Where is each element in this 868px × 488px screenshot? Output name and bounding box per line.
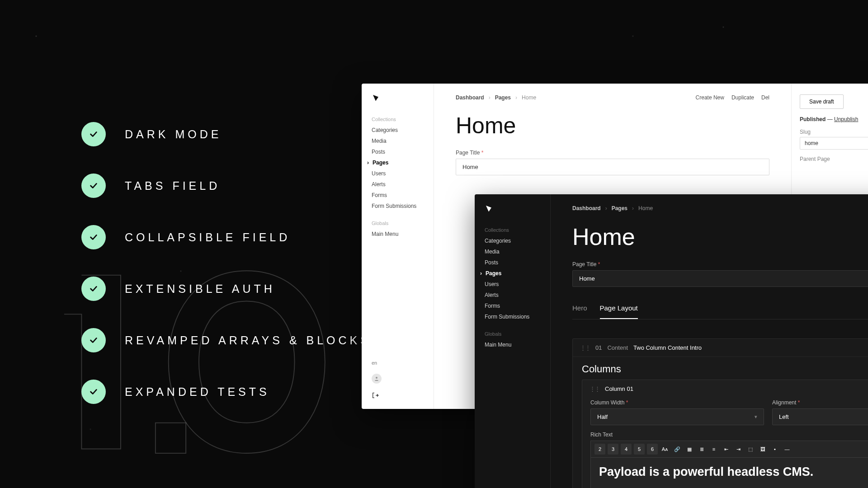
breadcrumb: Dashboard › Pages › Home [572,205,653,211]
sidebar-item-forms[interactable]: Forms [475,300,550,311]
sidebar-item-users[interactable]: Users [475,279,550,290]
sidebar-item-posts[interactable]: Posts [362,146,434,157]
outdent-icon[interactable]: ⇤ [721,444,731,455]
block-title: Two Column Content Intro [633,344,702,351]
svg-point-1 [376,377,377,379]
feature-item: COLLAPSIBLE FIELD [81,225,371,249]
sidebar-item-main-menu[interactable]: Main Menu [475,339,550,350]
sidebar-item-posts[interactable]: Posts [475,257,550,268]
heading-3-button[interactable]: 3 [608,444,618,455]
publish-status: Published — Unpublish [800,116,868,122]
heading-4-button[interactable]: 4 [621,444,632,455]
font-size-icon[interactable]: Aᴀ [660,444,670,455]
sidebar-item-categories[interactable]: Categories [475,235,550,246]
column-label: Column 01 [605,385,633,392]
breadcrumb-pages[interactable]: Pages [495,94,511,101]
heading-6-button[interactable]: 6 [647,444,658,455]
indent-icon[interactable]: ⇥ [733,444,743,455]
breadcrumb-dashboard[interactable]: Dashboard [456,94,484,101]
chevron-down-icon: ▾ [755,414,757,420]
hr-icon[interactable]: — [782,444,792,455]
sidebar-item-main-menu[interactable]: Main Menu [362,229,434,239]
sidebar-item-alerts[interactable]: Alerts [362,179,434,190]
tab-hero[interactable]: Hero [572,300,587,319]
breadcrumb-pages[interactable]: Pages [612,205,627,211]
breadcrumb: Dashboard › Pages › Home [456,94,536,101]
drag-handle-icon[interactable]: ⋮⋮ [590,385,599,392]
feature-label: TABS FIELD [125,179,220,192]
check-icon [81,328,106,352]
rich-text-editor[interactable]: Payload is a powerful headless CMS. [590,457,868,488]
sidebar-item-pages[interactable]: Pages [362,157,434,168]
slug-input[interactable] [800,137,868,150]
bullet-list-icon[interactable]: ≣ [697,444,707,455]
alignment-label: Alignment [772,399,868,406]
block-header: ⋮⋮ 01 Content Two Column Content Intro ⋯… [573,339,868,357]
column-width-label: Column Width [590,399,764,406]
sidebar-section-globals: Globals [362,218,434,229]
feature-item: EXPANDED TESTS [81,380,371,404]
table-icon[interactable]: ▦ [684,444,694,455]
sidebar-item-alerts[interactable]: Alerts [475,290,550,300]
sidebar-section-collections: Collections [362,114,434,125]
rich-text-label: Rich Text [590,432,868,438]
chevron-right-icon: › [515,94,517,101]
feature-item: EXTENSIBLE AUTH [81,277,371,301]
column-width-select[interactable]: Half ▾ [590,408,764,425]
blocks-toolbar: Collapse All Show All [572,326,868,332]
columns-heading: Columns [582,363,621,375]
logo-icon [475,204,550,225]
unpublish-link[interactable]: Unpublish [834,116,858,122]
feature-list: DARK MODE TABS FIELD COLLAPSIBLE FIELD E… [81,122,371,404]
user-avatar-icon[interactable] [372,374,382,384]
duplicate-link[interactable]: Duplicate [731,94,754,101]
block-number: 01 [595,344,602,351]
breadcrumb-current: Home [638,205,653,211]
feature-item: DARK MODE [81,122,371,146]
save-draft-button[interactable]: Save draft [800,94,844,109]
sidebar-section-collections: Collections [475,225,550,235]
sidebar-item-form-submissions[interactable]: Form Submissions [475,311,550,322]
sidebar-item-pages[interactable]: Pages [475,268,550,279]
sidebar-item-users[interactable]: Users [362,168,434,179]
ordered-list-icon[interactable]: ≡ [709,444,719,455]
divider-icon[interactable]: • [770,444,780,455]
upload-icon[interactable]: ⬚ [745,444,755,455]
link-icon[interactable]: 🔗 [672,444,682,455]
breadcrumb-dashboard[interactable]: Dashboard [572,205,601,211]
language-selector[interactable]: en [372,360,424,366]
create-new-link[interactable]: Create New [696,94,724,101]
drag-handle-icon[interactable]: ⋮⋮ [580,344,590,351]
alignment-select[interactable]: Left ▾ [772,408,868,425]
page-title-field-label: Page Title [572,261,868,267]
page-title: Home [456,113,769,139]
sidebar-item-forms[interactable]: Forms [362,190,434,201]
chevron-right-icon: › [632,205,634,211]
check-icon [81,225,106,249]
page-title-input[interactable] [456,159,769,175]
tab-page-layout[interactable]: Page Layout [600,300,638,319]
sidebar-item-media[interactable]: Media [475,246,550,257]
feature-label: EXTENSIBLE AUTH [125,282,275,296]
sidebar-item-categories[interactable]: Categories [362,125,434,136]
tabs: Hero Page Layout [572,300,868,319]
block-type-label: Content [607,344,628,351]
slug-label: Slug [800,129,868,135]
sidebar-section-globals: Globals [475,328,550,339]
dark-mode-panel: Collections Categories Media Posts Pages… [475,194,868,488]
delete-link[interactable]: Del [761,94,769,101]
sidebar-item-form-submissions[interactable]: Form Submissions [362,201,434,211]
page-title-field-label: Page Title [456,150,769,156]
feature-label: REVAMPED ARRAYS & BLOCKS [125,334,371,347]
feature-label: COLLAPSIBLE FIELD [125,231,290,244]
logout-icon[interactable] [372,392,424,400]
heading-5-button[interactable]: 5 [634,444,645,455]
heading-2-button[interactable]: 2 [594,444,605,455]
rich-text-toolbar: 2 3 4 5 6 Aᴀ 🔗 ▦ ≣ ≡ ⇤ ⇥ ⬚ [590,441,868,457]
sidebar-item-media[interactable]: Media [362,136,434,146]
svg-rect-0 [156,423,186,453]
feature-label: DARK MODE [125,128,222,141]
image-icon[interactable]: 🖼 [758,444,768,455]
page-title-input[interactable] [572,270,868,287]
breadcrumb-current: Home [522,94,536,101]
